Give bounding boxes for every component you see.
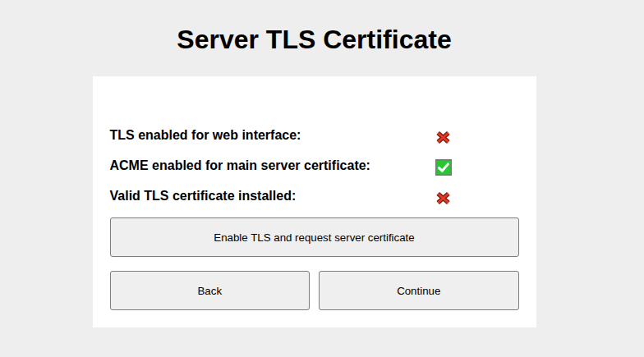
tls-status-card: TLS enabled for web interface: ACME enab…: [93, 76, 536, 327]
enable-tls-button[interactable]: Enable TLS and request server certificat…: [110, 217, 519, 257]
red-cross-icon: [435, 190, 452, 206]
status-label: ACME enabled for main server certificate…: [110, 158, 435, 173]
green-checkbox-icon: [435, 159, 452, 176]
back-button[interactable]: Back: [110, 271, 310, 310]
status-row-acme-enabled: ACME enabled for main server certificate…: [110, 157, 519, 175]
status-label: Valid TLS certificate installed:: [110, 189, 435, 204]
red-cross-icon: [435, 129, 452, 145]
status-row-valid-certificate: Valid TLS certificate installed:: [110, 187, 519, 205]
status-label: TLS enabled for web interface:: [110, 128, 435, 143]
navigation-buttons: Back Continue: [110, 271, 519, 310]
wizard-container: Server TLS Certificate TLS enabled for w…: [0, 0, 628, 327]
status-row-tls-web-interface: TLS enabled for web interface:: [110, 126, 519, 144]
page: Server TLS Certificate TLS enabled for w…: [0, 0, 644, 357]
continue-button[interactable]: Continue: [319, 271, 519, 310]
page-title: Server TLS Certificate: [0, 24, 628, 55]
